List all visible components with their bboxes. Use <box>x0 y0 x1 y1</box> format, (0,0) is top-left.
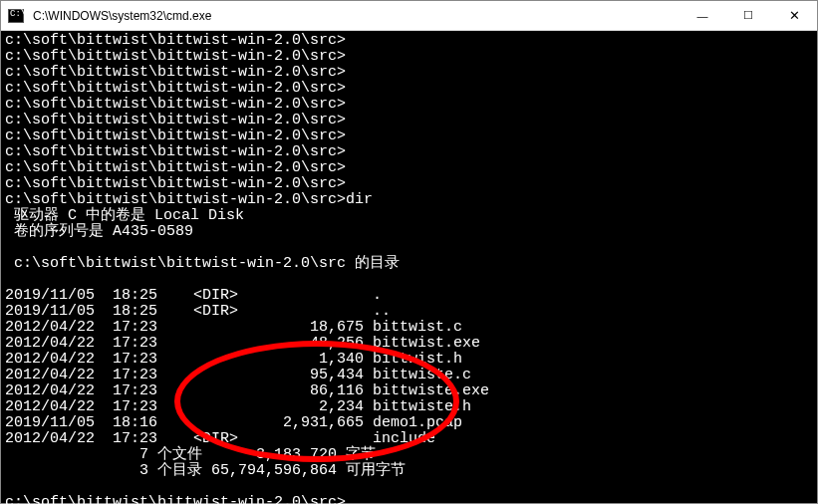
terminal-area: c:\soft\bittwist\bittwist-win-2.0\src> c… <box>1 31 817 503</box>
window-icon-box: C:\_ <box>1 9 31 23</box>
maximize-button[interactable]: ☐ <box>725 1 771 31</box>
window-title: C:\WINDOWS\system32\cmd.exe <box>31 9 680 23</box>
cmd-icon: C:\_ <box>8 9 24 23</box>
close-button[interactable]: ✕ <box>771 1 817 31</box>
cmd-window: C:\_ C:\WINDOWS\system32\cmd.exe — ☐ ✕ c… <box>0 0 818 504</box>
titlebar[interactable]: C:\_ C:\WINDOWS\system32\cmd.exe — ☐ ✕ <box>1 1 817 31</box>
window-controls: — ☐ ✕ <box>680 1 817 31</box>
terminal-output[interactable]: c:\soft\bittwist\bittwist-win-2.0\src> c… <box>1 31 817 503</box>
minimize-button[interactable]: — <box>680 1 725 31</box>
